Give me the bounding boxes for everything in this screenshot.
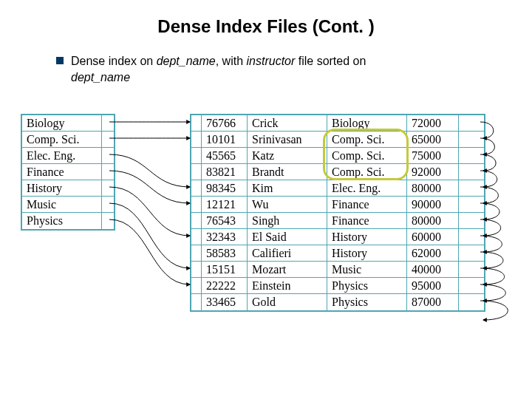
data-table: 76766CrickBiology7200010101SrinivasanCom… [190,114,485,312]
index-key: Comp. Sci. [22,132,102,147]
data-row: 15151MozartMusic40000 [191,262,484,278]
data-ptr-left [191,278,202,293]
data-ptr-right [459,262,469,277]
data-row: 22222EinsteinPhysics95000 [191,278,484,294]
data-row: 12121WuFinance90000 [191,197,484,213]
index-row: Physics [22,213,114,229]
bullet-text-before: Dense index on [71,55,157,67]
data-salary: 92000 [407,164,459,180]
index-row: Elec. Eng. [22,148,114,164]
bullet-text-after1: file sorted on [295,55,366,67]
index-ptr-cell [102,164,114,180]
data-dept: Comp. Sci. [327,148,407,163]
data-ptr-left [191,115,202,131]
data-dept: Finance [327,197,407,212]
data-id: 83821 [202,164,248,180]
data-dept: Music [327,262,407,277]
data-name-cell: Kim [248,180,327,196]
data-ptr-right [459,164,469,180]
data-salary: 90000 [407,197,459,212]
field-instructor: instructor [247,55,296,67]
index-key: Finance [22,164,102,180]
data-name-cell: Califieri [248,245,327,261]
data-name-cell: Katz [248,148,327,163]
data-name-cell: Srinivasan [248,132,327,147]
data-id: 15151 [202,262,248,277]
data-name-cell: Brandt [248,164,327,180]
data-salary: 60000 [407,229,459,245]
data-id: 76766 [202,115,248,131]
data-dept: Physics [327,294,407,310]
data-ptr-right [459,278,469,293]
data-salary: 87000 [407,294,459,310]
data-id: 22222 [202,278,248,293]
index-key: Music [22,197,102,212]
index-ptr-cell [102,197,114,212]
data-dept: Comp. Sci. [327,164,407,180]
index-row: Finance [22,164,114,180]
data-dept: Physics [327,278,407,293]
data-dept: Elec. Eng. [327,180,407,196]
data-dept: Biology [327,115,407,131]
data-ptr-left [191,229,202,245]
index-key: Elec. Eng. [22,148,102,163]
data-ptr-right [459,197,469,212]
data-name-cell: El Said [248,229,327,245]
data-name-cell: Crick [248,115,327,131]
data-salary: 95000 [407,278,459,293]
data-salary: 40000 [407,262,459,277]
index-row: Comp. Sci. [22,132,114,148]
data-ptr-right [459,148,469,163]
data-ptr-left [191,294,202,310]
index-row: History [22,180,114,197]
data-id: 32343 [202,229,248,245]
data-ptr-left [191,132,202,147]
index-ptr-cell [102,132,114,147]
data-dept: History [327,245,407,261]
data-name-cell: Singh [248,213,327,228]
diagram-area: BiologyComp. Sci.Elec. Eng.FinanceHistor… [15,111,517,340]
data-ptr-left [191,213,202,228]
data-salary: 62000 [407,245,459,261]
bullet-item: Dense index on dept_name, with instructo… [0,47,532,85]
data-name-cell: Einstein [248,278,327,293]
bullet-square-icon [56,57,64,64]
index-key: Biology [22,115,102,131]
field-deptname-1: dept_name [157,55,216,67]
index-ptr-cell [102,180,114,196]
data-ptr-right [459,180,469,196]
data-ptr-left [191,164,202,180]
data-id: 45565 [202,148,248,163]
data-ptr-left [191,197,202,212]
data-id: 33465 [202,294,248,310]
data-ptr-left [191,180,202,196]
index-table: BiologyComp. Sci.Elec. Eng.FinanceHistor… [21,114,115,231]
bullet-text: Dense index on dept_name, with instructo… [71,53,366,85]
bullet-text-mid: , with [216,55,247,67]
data-row: 98345KimElec. Eng.80000 [191,180,484,197]
data-ptr-right [459,245,469,261]
data-row: 10101SrinivasanComp. Sci.65000 [191,132,484,148]
data-id: 98345 [202,180,248,196]
data-salary: 65000 [407,132,459,147]
index-key: Physics [22,213,102,229]
data-dept: History [327,229,407,245]
data-salary: 80000 [407,213,459,228]
data-ptr-right [459,294,469,310]
data-name-cell: Gold [248,294,327,310]
data-id: 76543 [202,213,248,228]
index-row: Biology [22,115,114,132]
data-name-cell: Wu [248,197,327,212]
data-ptr-right [459,132,469,147]
data-id: 58583 [202,245,248,261]
data-row: 76543SinghFinance80000 [191,213,484,229]
data-row: 76766CrickBiology72000 [191,115,484,132]
data-row: 58583CalifieriHistory62000 [191,245,484,262]
data-salary: 75000 [407,148,459,163]
index-ptr-cell [102,213,114,229]
data-salary: 72000 [407,115,459,131]
data-ptr-right [459,115,469,131]
index-ptr-cell [102,148,114,163]
data-dept: Comp. Sci. [327,132,407,147]
data-id: 12121 [202,197,248,212]
